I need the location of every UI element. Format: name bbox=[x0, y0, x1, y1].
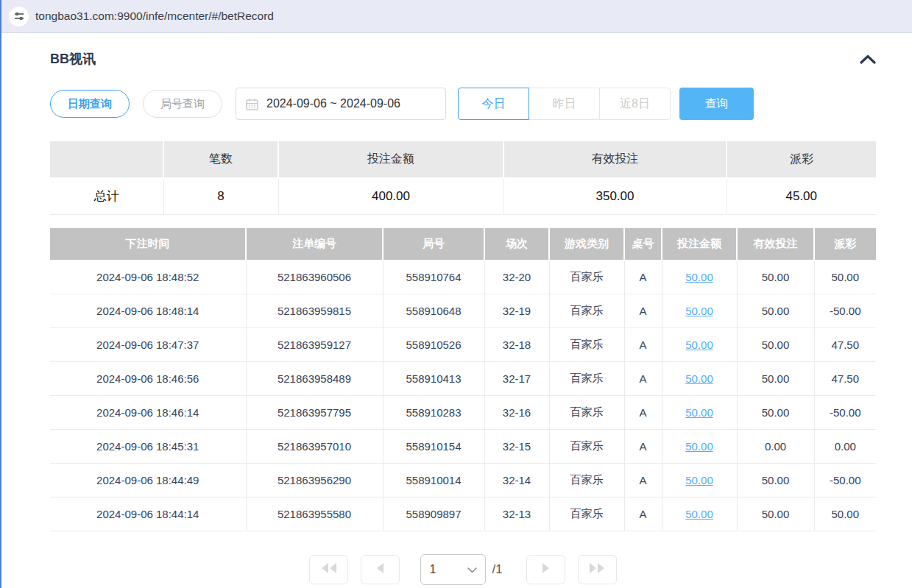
cell: 32-17 bbox=[484, 362, 549, 396]
search-button[interactable]: 查询 bbox=[679, 88, 754, 120]
cell: 0.00 bbox=[814, 430, 876, 464]
cell: 558910413 bbox=[383, 362, 484, 396]
cell: 50.00 bbox=[737, 328, 814, 362]
cell: 百家乐 bbox=[549, 464, 624, 497]
cell: 百家乐 bbox=[549, 261, 624, 294]
cell: 47.50 bbox=[814, 362, 876, 396]
cell: 2024-09-06 18:45:31 bbox=[50, 430, 246, 464]
bet-column-header-3: 场次 bbox=[484, 228, 549, 261]
cell: 32-15 bbox=[484, 430, 549, 464]
cell: 521863957795 bbox=[246, 396, 383, 430]
cell: 百家乐 bbox=[549, 497, 624, 531]
cell: A bbox=[624, 396, 662, 430]
summary-total-label: 总计 bbox=[50, 178, 163, 214]
quick-today-button[interactable]: 今日 bbox=[458, 88, 529, 120]
cell: 50.00 bbox=[737, 362, 814, 396]
cell: 2024-09-06 18:46:14 bbox=[50, 396, 246, 430]
cell: 521863960506 bbox=[246, 261, 383, 294]
cell: 47.50 bbox=[814, 328, 876, 362]
cell: 2024-09-06 18:48:14 bbox=[50, 294, 246, 328]
cell: 50.00 bbox=[737, 497, 814, 531]
quick-yesterday-button[interactable]: 昨日 bbox=[529, 88, 600, 120]
bet-amount-link[interactable]: 50.00 bbox=[685, 339, 713, 351]
cell: 2024-09-06 18:44:49 bbox=[50, 464, 246, 497]
bet-amount-link[interactable]: 50.00 bbox=[685, 406, 713, 419]
page-select[interactable]: 1 bbox=[420, 554, 486, 585]
cell: A bbox=[624, 362, 662, 396]
cell: -50.00 bbox=[814, 464, 876, 497]
cell: 558909897 bbox=[383, 497, 484, 531]
date-range-input[interactable]: 2024-09-06 ~ 2024-09-06 bbox=[236, 88, 446, 120]
cell: 521863959815 bbox=[246, 294, 383, 328]
calendar-icon bbox=[246, 98, 258, 110]
bet-column-header-0: 下注时间 bbox=[50, 228, 246, 261]
cell: 2024-09-06 18:48:52 bbox=[50, 261, 246, 294]
bet-table-body: 2024-09-06 18:48:52521863960506558910764… bbox=[50, 261, 876, 531]
window-left-edge bbox=[0, 0, 1, 588]
cell-bet-amount: 50.00 bbox=[662, 497, 737, 531]
cell: 32-20 bbox=[484, 261, 549, 294]
summary-total-payout: 45.00 bbox=[727, 178, 876, 214]
bet-amount-link[interactable]: 50.00 bbox=[685, 474, 713, 486]
bet-column-header-1: 注单编号 bbox=[246, 228, 383, 261]
cell: 521863957010 bbox=[246, 430, 383, 464]
cell-bet-amount: 50.00 bbox=[662, 261, 737, 294]
chevron-up-icon[interactable] bbox=[860, 54, 876, 64]
cell: 521863956290 bbox=[246, 464, 383, 497]
tab-round-query[interactable]: 局号查询 bbox=[143, 90, 222, 118]
cell-bet-amount: 50.00 bbox=[662, 464, 737, 497]
cell: 百家乐 bbox=[549, 396, 624, 430]
page-total: /1 bbox=[492, 562, 502, 577]
cell: 32-18 bbox=[484, 328, 549, 362]
cell: A bbox=[624, 464, 662, 497]
bet-column-header-6: 投注金额 bbox=[662, 228, 737, 261]
cell: 32-19 bbox=[484, 294, 549, 328]
bet-amount-link[interactable]: 50.00 bbox=[685, 305, 713, 317]
next-page-button[interactable] bbox=[526, 555, 565, 584]
summary-header-valid-bet: 有效投注 bbox=[503, 141, 727, 178]
cell: A bbox=[624, 497, 662, 531]
bet-column-header-7: 有效投注 bbox=[737, 228, 814, 261]
browser-address-bar[interactable]: tongbao31.com:9900/infe/mcenter/#/betRec… bbox=[0, 0, 912, 33]
cell: 32-14 bbox=[484, 464, 549, 497]
bet-column-header-5: 桌号 bbox=[624, 228, 662, 261]
quick-range-group: 今日 昨日 近8日 bbox=[458, 88, 671, 120]
cell: 百家乐 bbox=[549, 328, 624, 362]
summary-header-payout: 派彩 bbox=[727, 141, 876, 178]
cell: 50.00 bbox=[814, 497, 876, 531]
bet-amount-link[interactable]: 50.00 bbox=[685, 440, 713, 453]
cell: 32-16 bbox=[484, 396, 549, 430]
bet-amount-link[interactable]: 50.00 bbox=[685, 271, 713, 283]
cell: 32-13 bbox=[484, 497, 549, 531]
prev-page-button[interactable] bbox=[361, 555, 400, 584]
cell: 50.00 bbox=[737, 464, 814, 497]
bet-amount-link[interactable]: 50.00 bbox=[685, 508, 713, 520]
table-row: 2024-09-06 18:44:49521863956290558910014… bbox=[50, 464, 876, 497]
cell: 50.00 bbox=[814, 261, 876, 294]
last-page-button[interactable] bbox=[578, 555, 617, 584]
tab-date-query[interactable]: 日期查询 bbox=[50, 90, 130, 118]
cell: 558910764 bbox=[383, 261, 484, 294]
cell: A bbox=[624, 261, 662, 294]
table-row: 2024-09-06 18:46:14521863957795558910283… bbox=[50, 396, 876, 430]
cell: 2024-09-06 18:47:37 bbox=[50, 328, 246, 362]
cell: 558910154 bbox=[383, 430, 484, 464]
table-row: 2024-09-06 18:48:52521863960506558910764… bbox=[50, 261, 876, 294]
bet-amount-link[interactable]: 50.00 bbox=[685, 372, 713, 385]
cell: 2024-09-06 18:46:56 bbox=[50, 362, 246, 396]
table-row: 2024-09-06 18:44:14521863955580558909897… bbox=[50, 497, 876, 531]
table-row: 2024-09-06 18:46:56521863958489558910413… bbox=[50, 362, 876, 396]
cell-bet-amount: 50.00 bbox=[662, 362, 737, 396]
summary-header-bet-amount: 投注金额 bbox=[278, 141, 503, 178]
cell: 0.00 bbox=[737, 430, 814, 464]
site-settings-icon[interactable] bbox=[9, 7, 29, 26]
pagination: 1 /1 bbox=[50, 554, 876, 585]
cell: -50.00 bbox=[814, 396, 876, 430]
first-page-button[interactable] bbox=[309, 555, 348, 584]
quick-last8days-button[interactable]: 近8日 bbox=[599, 88, 671, 120]
cell: 558910014 bbox=[383, 464, 484, 497]
cell: A bbox=[624, 294, 662, 328]
summary-total-bet-amount: 400.00 bbox=[278, 178, 503, 214]
address-url[interactable]: tongbao31.com:9900/infe/mcenter/#/betRec… bbox=[35, 10, 274, 23]
bet-record-panel: BB视讯 日期查询 局号查询 2024-09-06 ~ 2024 bbox=[0, 51, 912, 585]
